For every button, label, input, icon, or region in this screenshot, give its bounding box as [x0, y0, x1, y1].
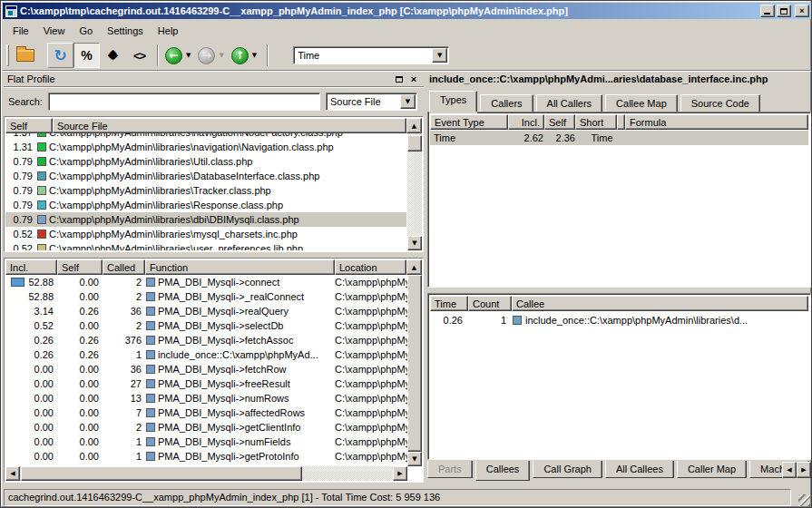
column-header-source-file[interactable]: Source File: [53, 118, 406, 133]
combobox-dropdown-button[interactable]: ▼: [400, 94, 416, 109]
menu-bar: FileViewGoSettingsHelp: [3, 20, 811, 41]
function-row[interactable]: 0.26 0.26 376 PMA_DBI_Mysqli->fetchAssoc…: [5, 333, 407, 347]
maximize-button[interactable]: [777, 5, 791, 17]
toolbar-handle[interactable]: [6, 44, 9, 66]
up-dropdown[interactable]: ▼: [252, 52, 257, 59]
column-header-short[interactable]: Short: [575, 114, 617, 130]
column-header-location[interactable]: Location: [335, 259, 406, 275]
column-header-called[interactable]: Called: [103, 259, 145, 275]
source-file-row[interactable]: 0.79 C:\xampp\phpMyAdmin\libraries\dbi\D…: [5, 212, 406, 227]
bottom-tab[interactable]: Parts: [427, 461, 473, 478]
menu-item[interactable]: Settings: [101, 23, 150, 39]
function-row[interactable]: 52.88 0.00 2 PMA_DBI_Mysqli->connect C:\…: [5, 275, 407, 289]
scrollbar-thumb[interactable]: [21, 466, 302, 481]
detail-tab[interactable]: Callers: [480, 94, 533, 112]
column-header-self[interactable]: Self: [5, 118, 53, 133]
callee-row[interactable]: 0.26 1 include_once::C:\xampp\phpMyAdmin…: [430, 313, 808, 327]
tab-scroll-right-button[interactable]: ▶: [797, 462, 811, 478]
event-type-combobox[interactable]: Time ▼: [293, 46, 449, 64]
forward-button[interactable]: →: [198, 47, 215, 64]
scroll-left-button[interactable]: ◀: [5, 466, 20, 481]
bottom-tab[interactable]: Call Graph: [533, 461, 602, 478]
vertical-scrollbar[interactable]: ▼: [407, 275, 422, 466]
vertical-scrollbar[interactable]: ▼: [407, 133, 422, 250]
close-icon: ×: [411, 74, 416, 84]
column-header-incl[interactable]: Incl.: [508, 114, 544, 130]
function-row[interactable]: 52.88 0.00 2 PMA_DBI_Mysqli->_realConnec…: [5, 289, 407, 304]
event-type-row[interactable]: Time 2.62 2.36 Time: [430, 131, 808, 145]
function-row[interactable]: 0.00 0.00 7 PMA_DBI_Mysqli->affectedRows…: [5, 405, 407, 420]
scrollbar-thumb[interactable]: [407, 135, 422, 151]
location-cell: C:\xampp\phpMy...: [335, 407, 407, 418]
search-input[interactable]: [48, 93, 320, 111]
combobox-dropdown-button[interactable]: ▼: [432, 48, 447, 63]
back-dropdown[interactable]: ▼: [186, 52, 191, 59]
tab-scroll-left-button[interactable]: ◀: [782, 462, 797, 478]
relative-to-parent-toggle[interactable]: ⬌⬍: [100, 43, 126, 68]
resize-grip[interactable]: [798, 494, 810, 506]
function-row[interactable]: 0.00 0.00 1 PMA_DBI_Mysqli->getProtoInfo…: [5, 449, 407, 464]
scroll-up-button[interactable]: ▲: [406, 118, 422, 133]
forward-dropdown[interactable]: ▼: [219, 52, 223, 59]
detail-tab[interactable]: Types: [429, 91, 477, 112]
close-button[interactable]: ×: [795, 5, 809, 17]
function-row[interactable]: 0.26 0.26 1 include_once::C:\xampp\phpMy…: [5, 347, 407, 362]
source-file-row[interactable]: 0.79 C:\xampp\phpMyAdmin\libraries\Respo…: [5, 198, 406, 212]
scrollbar-thumb[interactable]: [407, 275, 422, 452]
source-file-row[interactable]: 0.52 C:\xampp\phpMyAdmin\libraries\user_…: [5, 241, 406, 250]
column-header-count[interactable]: Count: [468, 296, 512, 311]
detail-tab[interactable]: Source Code: [680, 94, 760, 112]
detail-tab[interactable]: All Callers: [536, 94, 603, 112]
scroll-down-button[interactable]: ▼: [407, 452, 422, 466]
column-header-formula[interactable]: Formula: [625, 114, 808, 130]
self-cell: 0.00: [57, 436, 103, 447]
back-button[interactable]: ←: [165, 47, 182, 64]
function-cell: PMA_DBI_Mysqli->selectDb: [145, 320, 335, 331]
column-header-incl[interactable]: Incl.: [5, 259, 57, 275]
function-row[interactable]: 3.14 0.26 36 PMA_DBI_Mysqli->realQuery C…: [5, 304, 407, 318]
scroll-right-button[interactable]: ▶: [393, 466, 407, 481]
column-header-event-type[interactable]: Event Type: [430, 114, 508, 130]
bottom-tab[interactable]: Caller Map: [677, 461, 747, 478]
bottom-tab[interactable]: Callees: [475, 461, 531, 481]
column-header-callee[interactable]: Callee: [512, 296, 808, 311]
column-header-self[interactable]: Self: [57, 259, 103, 275]
menu-item[interactable]: File: [6, 23, 35, 39]
detail-tab[interactable]: Callee Map: [605, 94, 678, 112]
reload-button[interactable]: ↻: [47, 43, 73, 68]
dock-float-button[interactable]: [393, 73, 406, 85]
group-by-combobox[interactable]: Source File ▼: [326, 93, 417, 111]
source-file-row[interactable]: 1.37 C:\xampp\phpMyAdmin\libraries\navig…: [5, 133, 406, 140]
self-cost: 0.79: [5, 156, 36, 167]
scroll-up-button[interactable]: ▲: [406, 259, 422, 275]
minimize-button[interactable]: [760, 5, 775, 17]
source-file-row[interactable]: 0.79 C:\xampp\phpMyAdmin\libraries\Datab…: [5, 169, 406, 183]
scroll-down-button[interactable]: ▼: [407, 236, 422, 250]
function-row[interactable]: 0.00 0.00 13 PMA_DBI_Mysqli->numRows C:\…: [5, 391, 407, 405]
relative-percent-toggle[interactable]: %: [73, 43, 100, 68]
menu-item[interactable]: View: [37, 23, 72, 39]
menu-item[interactable]: Go: [73, 23, 99, 39]
menu-item[interactable]: Help: [152, 23, 185, 39]
function-row[interactable]: 0.00 0.00 1 PMA_DBI_Mysqli->numFields C:…: [5, 435, 407, 449]
column-header-function[interactable]: Function: [145, 259, 335, 275]
function-row[interactable]: 0.00 0.00 2 PMA_DBI_Mysqli->getClientInf…: [5, 420, 407, 435]
called-cell: 36: [103, 364, 145, 375]
source-file-row[interactable]: 0.79 C:\xampp\phpMyAdmin\libraries\Track…: [5, 183, 406, 198]
angle-brackets-icon: <>: [133, 49, 145, 63]
open-file-button[interactable]: [12, 43, 38, 68]
dock-close-button[interactable]: ×: [407, 73, 420, 85]
column-header-time[interactable]: Time: [430, 296, 468, 311]
up-button[interactable]: ↑: [231, 47, 249, 64]
source-file-row[interactable]: 0.79 C:\xampp\phpMyAdmin\libraries\Util.…: [5, 154, 406, 169]
function-row[interactable]: 0.00 0.00 27 PMA_DBI_Mysqli->freeResult …: [5, 376, 407, 391]
function-row[interactable]: 0.00 0.00 36 PMA_DBI_Mysqli->fetchRow C:…: [5, 362, 407, 376]
horizontal-scrollbar[interactable]: ◀ ▶: [5, 466, 407, 481]
source-file-row[interactable]: 1.31 C:\xampp\phpMyAdmin\libraries\navig…: [5, 140, 406, 154]
function-row[interactable]: 0.52 0.00 2 PMA_DBI_Mysqli->selectDb C:\…: [5, 318, 407, 333]
column-header-self[interactable]: Self: [544, 114, 575, 130]
function-cell: PMA_DBI_Mysqli->numFields: [145, 436, 335, 447]
bottom-tab[interactable]: All Callees: [605, 461, 674, 478]
cycle-detection-button[interactable]: <>: [126, 43, 152, 68]
source-file-row[interactable]: 0.52 C:\xampp\phpMyAdmin\libraries\mysql…: [5, 227, 406, 241]
